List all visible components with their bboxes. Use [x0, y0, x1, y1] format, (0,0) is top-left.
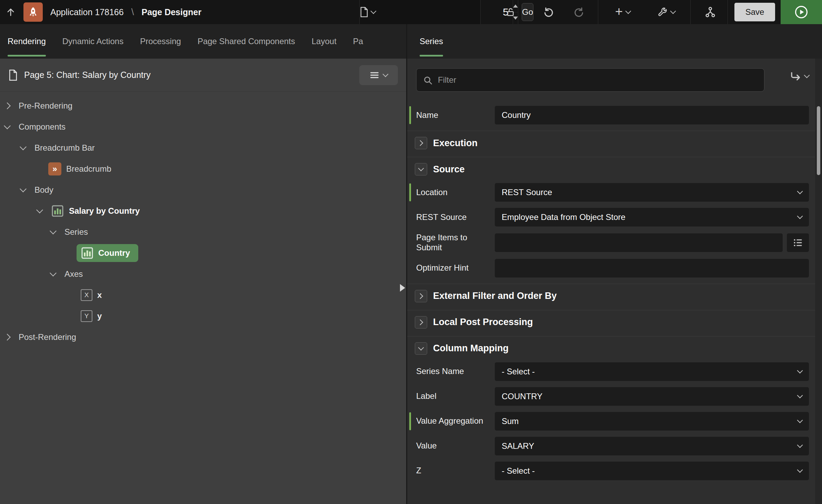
utilities-menu-button[interactable]: [648, 0, 684, 24]
tree-node-breadcrumb[interactable]: » Breadcrumb: [0, 158, 406, 179]
filter-box: [416, 68, 764, 92]
tree-node-axis-x[interactable]: X x: [0, 284, 406, 305]
property-scrollbar-thumb[interactable]: [817, 106, 820, 175]
series-name-label: Series Name: [416, 366, 495, 376]
tab-strip: Rendering Dynamic Actions Processing Pag…: [0, 24, 822, 59]
shared-components-button[interactable]: [698, 0, 723, 24]
breadcrumb-icon: »: [48, 162, 61, 175]
page-items-lov-button[interactable]: [787, 233, 809, 252]
tree-node-axis-y[interactable]: Y y: [0, 305, 406, 326]
chevron-right-icon[interactable]: [4, 334, 11, 341]
go-button[interactable]: Go: [522, 3, 533, 21]
tab-processing[interactable]: Processing: [140, 24, 181, 59]
z-label: Z: [416, 466, 495, 476]
rendering-tree-panel: Page 5: Chart: Salary by Country Pre-Ren…: [0, 59, 406, 504]
group-source[interactable]: Source: [407, 157, 815, 180]
left-pane-tabs: Rendering Dynamic Actions Processing Pag…: [8, 24, 404, 59]
splitter-expand-arrow[interactable]: [400, 284, 405, 292]
redo-button[interactable]: [567, 0, 591, 24]
group-execution[interactable]: Execution: [407, 131, 815, 154]
value-aggregation-label: Value Aggregation: [416, 416, 495, 426]
tree-node-breadcrumb-bar[interactable]: Breadcrumb Bar: [0, 137, 406, 158]
component-tree: Pre-Rendering Components Breadcrumb Bar …: [0, 92, 406, 347]
tree-panel-header: Page 5: Chart: Salary by Country: [0, 59, 406, 92]
tab-truncated[interactable]: Pa: [353, 24, 363, 59]
property-row-value-aggregation: Value Aggregation Sum: [407, 409, 815, 434]
search-icon: [423, 75, 433, 85]
page-items-label: Page Items to Submit: [416, 233, 495, 253]
tree-node-pre-rendering[interactable]: Pre-Rendering: [0, 95, 406, 116]
chevron-down-icon[interactable]: [50, 270, 57, 276]
chevron-down-icon: [383, 71, 389, 77]
page-items-input[interactable]: [495, 233, 783, 252]
chevron-down-icon[interactable]: [36, 206, 43, 213]
chevron-right-icon: [415, 316, 427, 329]
tab-rendering[interactable]: Rendering: [8, 24, 46, 59]
panel-splitter[interactable]: [406, 24, 407, 504]
right-pane-tabs: Series: [420, 24, 443, 59]
tree-node-axes-folder[interactable]: Axes: [0, 263, 406, 284]
save-and-run-button[interactable]: [781, 0, 822, 24]
breadcrumb-separator: \: [131, 7, 134, 18]
top-header: Application 178166 \ Page Designer Go +: [0, 0, 822, 24]
location-value: REST Source: [502, 188, 552, 197]
page-icon: [8, 69, 18, 81]
wrench-icon: [657, 7, 668, 17]
property-filter-row: [407, 59, 822, 103]
chevron-right-icon[interactable]: [4, 102, 11, 109]
undo-button[interactable]: [537, 0, 561, 24]
shortcuts-up-icon[interactable]: [6, 0, 16, 24]
property-row-label: Label COUNTRY: [407, 384, 815, 409]
page-designer-title: Page Designer: [141, 7, 201, 17]
tab-layout[interactable]: Layout: [312, 24, 337, 59]
property-list: Name Execution Source Location REST Sour…: [407, 103, 815, 504]
property-row-location: Location REST Source: [407, 180, 815, 205]
name-input[interactable]: [495, 106, 809, 124]
tree-node-post-rendering[interactable]: Post-Rendering: [0, 326, 406, 347]
tree-node-components[interactable]: Components: [0, 116, 406, 137]
filter-input[interactable]: [438, 69, 761, 91]
tab-series[interactable]: Series: [420, 24, 443, 59]
value-aggregation-select[interactable]: Sum: [495, 412, 809, 431]
optimizer-hint-input[interactable]: [495, 259, 809, 278]
group-column-mapping[interactable]: Column Mapping: [407, 336, 815, 359]
lock-button[interactable]: [499, 0, 522, 24]
property-row-name: Name: [407, 103, 815, 128]
group-external-filter[interactable]: External Filter and Order By: [407, 284, 815, 307]
label-select[interactable]: COUNTRY: [495, 387, 809, 406]
tree-node-country-selected[interactable]: Country: [0, 242, 406, 263]
chevron-down-icon[interactable]: [20, 185, 27, 192]
value-value: SALARY: [502, 441, 534, 451]
chevron-down-icon[interactable]: [50, 228, 57, 234]
property-scrollbar-track[interactable]: [815, 59, 822, 504]
z-select[interactable]: - Select -: [495, 462, 809, 480]
value-select[interactable]: SALARY: [495, 437, 809, 455]
property-row-page-items: Page Items to Submit: [407, 230, 815, 256]
series-name-select[interactable]: - Select -: [495, 362, 809, 381]
tree-node-salary-by-country[interactable]: Salary by Country: [0, 200, 406, 221]
go-to-group-button[interactable]: [790, 71, 809, 81]
chevron-down-icon[interactable]: [20, 143, 27, 150]
chevron-down-icon: [625, 8, 631, 14]
page-picker-button[interactable]: [360, 0, 375, 24]
rest-source-select[interactable]: Employee Data from Object Store: [495, 208, 809, 226]
goto-arrow-icon: [790, 71, 802, 81]
create-menu-button[interactable]: +: [605, 0, 640, 24]
tree-node-series-folder[interactable]: Series: [0, 221, 406, 242]
application-rocket-icon[interactable]: [23, 2, 43, 22]
save-button[interactable]: Save: [734, 3, 775, 21]
selected-node-pill: Country: [77, 244, 138, 262]
tab-dynamic-actions[interactable]: Dynamic Actions: [62, 24, 123, 59]
tree-menu-button[interactable]: [359, 65, 398, 85]
tab-page-shared-components[interactable]: Page Shared Components: [198, 24, 295, 59]
location-select[interactable]: REST Source: [495, 183, 809, 202]
value-aggregation-value: Sum: [502, 416, 519, 426]
page-number-input[interactable]: [375, 0, 513, 24]
chevron-down-icon: [797, 367, 803, 373]
application-label[interactable]: Application 178166: [50, 7, 124, 17]
chevron-down-icon: [797, 467, 803, 473]
tree-node-body[interactable]: Body: [0, 179, 406, 200]
group-local-post-processing[interactable]: Local Post Processing: [407, 310, 815, 333]
rest-source-label: REST Source: [416, 212, 495, 222]
chevron-down-icon[interactable]: [4, 122, 11, 129]
